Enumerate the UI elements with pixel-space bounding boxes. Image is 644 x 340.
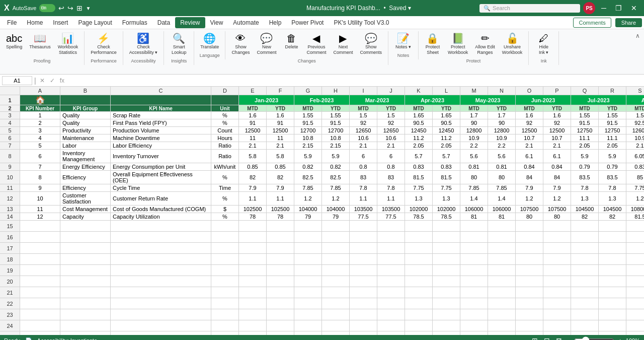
cell[interactable]: 2.15 bbox=[322, 142, 350, 150]
empty-cell[interactable] bbox=[571, 221, 599, 232]
cell[interactable]: 12450 bbox=[405, 127, 433, 134]
cell[interactable]: Quality bbox=[60, 119, 111, 127]
cell[interactable]: 6.1 bbox=[543, 150, 571, 163]
empty-cell[interactable] bbox=[433, 221, 460, 232]
cell[interactable]: 1.5 bbox=[377, 112, 405, 119]
empty-cell[interactable] bbox=[626, 309, 644, 320]
empty-cell[interactable] bbox=[20, 221, 60, 232]
cell[interactable]: 7.9 bbox=[543, 184, 571, 192]
empty-cell[interactable] bbox=[267, 276, 294, 287]
empty-cell[interactable] bbox=[405, 276, 433, 287]
cell[interactable]: 9 bbox=[20, 184, 60, 192]
empty-cell[interactable] bbox=[377, 243, 405, 254]
empty-cell[interactable] bbox=[433, 265, 460, 276]
ribbon-collapse-icon[interactable]: ∧ bbox=[631, 31, 644, 40]
cell[interactable]: First Pass Yield (FPY) bbox=[111, 119, 211, 127]
cell[interactable]: Overall Equipment Effectiveness (OEE) bbox=[111, 171, 211, 184]
cell[interactable]: 11 bbox=[267, 134, 294, 142]
empty-cell[interactable] bbox=[294, 298, 322, 309]
empty-cell[interactable] bbox=[405, 243, 433, 254]
menu-page-layout[interactable]: Page Layout bbox=[73, 17, 117, 28]
cell[interactable]: % bbox=[211, 171, 239, 184]
empty-cell[interactable] bbox=[543, 221, 571, 232]
empty-cell[interactable] bbox=[60, 232, 111, 243]
cell[interactable]: 7.85 bbox=[322, 184, 350, 192]
empty-cell[interactable] bbox=[111, 320, 211, 331]
empty-cell[interactable] bbox=[20, 309, 60, 320]
save-dropdown[interactable]: ▾ bbox=[408, 5, 411, 12]
cell[interactable]: 5.8 bbox=[239, 150, 267, 163]
workbook-statistics-button[interactable]: 📊 WorkbookStatistics bbox=[55, 31, 81, 57]
cell[interactable]: 4 bbox=[20, 134, 60, 142]
empty-cell[interactable] bbox=[433, 287, 460, 298]
cell[interactable]: 5.8 bbox=[267, 150, 294, 163]
cell[interactable]: 5.6 bbox=[460, 150, 488, 163]
empty-cell[interactable] bbox=[488, 331, 516, 335]
empty-cell[interactable] bbox=[626, 276, 644, 287]
cell[interactable]: 6.05 bbox=[626, 150, 644, 163]
empty-cell[interactable] bbox=[239, 331, 267, 335]
cell[interactable]: 10.9 bbox=[626, 134, 644, 142]
show-changes-button[interactable]: 👁 ShowChanges bbox=[228, 31, 253, 57]
empty-cell[interactable] bbox=[350, 232, 377, 243]
cell[interactable]: 1.2 bbox=[543, 192, 571, 206]
cell[interactable]: 1.55 bbox=[599, 112, 626, 119]
cell[interactable]: 91 bbox=[239, 119, 267, 127]
allow-edit-ranges-button[interactable]: ✏ Allow EditRanges bbox=[472, 31, 498, 57]
empty-cell[interactable] bbox=[239, 320, 267, 331]
empty-cell[interactable] bbox=[267, 254, 294, 265]
cell[interactable]: 2.1 bbox=[239, 142, 267, 150]
empty-cell[interactable] bbox=[543, 243, 571, 254]
cell[interactable]: 81.5 bbox=[433, 171, 460, 184]
empty-cell[interactable] bbox=[571, 298, 599, 309]
cell[interactable]: Efficiency bbox=[60, 184, 111, 192]
empty-cell[interactable] bbox=[405, 265, 433, 276]
cell[interactable]: 104000 bbox=[322, 206, 350, 213]
cell[interactable]: 82.5 bbox=[322, 171, 350, 184]
cell[interactable]: 1.2 bbox=[626, 192, 644, 206]
empty-cell[interactable] bbox=[60, 331, 111, 335]
empty-cell[interactable] bbox=[211, 298, 239, 309]
empty-cell[interactable] bbox=[377, 287, 405, 298]
cell[interactable]: 1.2 bbox=[294, 192, 322, 206]
customize-icon[interactable]: ▼ bbox=[86, 6, 91, 11]
empty-cell[interactable] bbox=[350, 254, 377, 265]
cell[interactable]: 0.83 bbox=[433, 163, 460, 171]
cell[interactable]: 2.05 bbox=[405, 142, 433, 150]
cell[interactable]: 1.55 bbox=[571, 112, 599, 119]
empty-cell[interactable] bbox=[211, 320, 239, 331]
empty-cell[interactable] bbox=[516, 309, 543, 320]
cell[interactable]: 107500 bbox=[543, 206, 571, 213]
empty-cell[interactable] bbox=[20, 243, 60, 254]
cell[interactable]: 5.9 bbox=[322, 150, 350, 163]
cell[interactable]: 82 bbox=[571, 213, 599, 221]
empty-cell[interactable] bbox=[20, 320, 60, 331]
cell[interactable]: 0.8 bbox=[350, 163, 377, 171]
empty-cell[interactable] bbox=[516, 221, 543, 232]
plus-zoom-icon[interactable]: + bbox=[618, 337, 621, 340]
cell[interactable]: % bbox=[211, 112, 239, 119]
cell[interactable]: 82 bbox=[599, 213, 626, 221]
cell[interactable]: 1.4 bbox=[488, 192, 516, 206]
cell[interactable]: Cycle Time bbox=[111, 184, 211, 192]
cell[interactable]: 12700 bbox=[294, 127, 322, 134]
cell[interactable]: Machine Downtime bbox=[111, 134, 211, 142]
grid-scroll-area[interactable]: A B C D E F G H I J K L M N O P Q bbox=[0, 87, 644, 335]
hide-ink-button[interactable]: 🖊 HideInk ▾ bbox=[533, 31, 555, 57]
cell[interactable]: 5.9 bbox=[294, 150, 322, 163]
empty-cell[interactable] bbox=[516, 276, 543, 287]
empty-cell[interactable] bbox=[350, 309, 377, 320]
menu-formulas[interactable]: Formulas bbox=[117, 17, 152, 28]
cell[interactable]: Efficiency bbox=[60, 171, 111, 184]
cell[interactable]: 6 bbox=[377, 150, 405, 163]
cell[interactable]: 1.4 bbox=[460, 192, 488, 206]
empty-cell[interactable] bbox=[488, 221, 516, 232]
cell[interactable]: 0.84 bbox=[543, 163, 571, 171]
empty-cell[interactable] bbox=[626, 331, 644, 335]
empty-cell[interactable] bbox=[488, 265, 516, 276]
cell[interactable]: 7.85 bbox=[294, 184, 322, 192]
empty-cell[interactable] bbox=[460, 254, 488, 265]
cell[interactable]: % bbox=[211, 213, 239, 221]
empty-cell[interactable] bbox=[211, 221, 239, 232]
menu-home[interactable]: Home bbox=[22, 17, 48, 28]
